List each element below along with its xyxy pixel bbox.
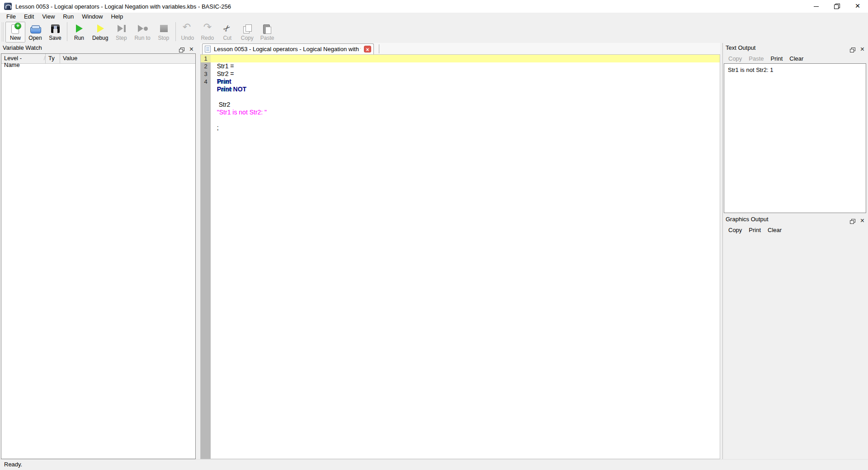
status-bar: Ready. [0, 459, 868, 470]
sort-ascending-icon [44, 55, 45, 63]
code-line[interactable]: Print NOT Str2 [211, 78, 720, 85]
titlebar: Lesson 0053 - Logical operators - Logica… [0, 0, 868, 13]
redo-button[interactable]: Redo [198, 22, 217, 43]
step-button[interactable]: Step [111, 22, 131, 43]
variable-watch-table-header: Level - Name Ty Value [1, 54, 195, 64]
float-panel-icon[interactable] [850, 219, 855, 224]
undo-button[interactable]: Undo [178, 22, 198, 43]
basic256-window: Lesson 0053 - Logical operators - Logica… [0, 0, 868, 470]
new-button[interactable]: New [5, 22, 25, 43]
debug-button[interactable]: Debug [89, 22, 111, 43]
toolbar-button-label: Debug [92, 35, 108, 41]
restore-button[interactable] [826, 0, 847, 13]
redo-arrow-icon [201, 23, 214, 35]
open-button[interactable]: Open [25, 22, 45, 43]
menu-view[interactable]: View [38, 13, 59, 21]
code-area[interactable]: Str1 = True Str2 = False Print "Str1 is … [211, 55, 720, 459]
menubar: File Edit View Run Window Help [0, 13, 868, 21]
text-output-title: Text Output [726, 44, 755, 51]
stop-button[interactable]: Stop [154, 22, 174, 43]
line-number-gutter: 1 2 3 4 [201, 55, 211, 459]
menu-file[interactable]: File [2, 13, 20, 21]
close-button[interactable] [847, 0, 868, 13]
stop-square-icon [157, 23, 170, 35]
variable-watch-title: Variable Watch [3, 44, 42, 51]
toolbar-group-edit: Undo Redo Cut Copy Paste [178, 22, 278, 43]
column-header-type[interactable]: Ty [46, 54, 60, 63]
run-to-icon [136, 23, 149, 35]
tab-close-icon[interactable] [364, 46, 371, 52]
tabbar-divider [379, 44, 379, 53]
code-line[interactable]: Print "Str1 is not Str2: " ; [211, 70, 720, 78]
toolbar-button-label: Cut [223, 35, 231, 41]
toolbar-button-label: Step [116, 35, 127, 41]
code-token: Str2 [217, 101, 231, 108]
line-number: 1 [201, 55, 211, 62]
line-number: 3 [201, 70, 211, 78]
close-icon [855, 2, 860, 10]
text-output-area[interactable]: Str1 is not Str2: 1 [724, 63, 866, 213]
text-output-paste-button[interactable]: Paste [749, 55, 764, 62]
run-play-icon [72, 23, 86, 35]
paste-button[interactable]: Paste [257, 22, 278, 43]
toolbar-group-run: Run Debug Step Run to Stop [69, 22, 174, 43]
cut-button[interactable]: Cut [217, 22, 237, 43]
toolbar-button-label: Run [74, 35, 84, 41]
code-line[interactable]: Str1 = True [211, 55, 720, 62]
text-output-copy-button[interactable]: Copy [728, 55, 742, 62]
toolbar-button-label: Copy [241, 35, 254, 41]
toolbar-button-label: Save [49, 35, 61, 41]
editor-tabbar: Lesson 0053 - Logical operators - Logica… [200, 43, 720, 54]
step-icon [114, 23, 128, 35]
float-panel-icon[interactable] [179, 47, 184, 52]
close-panel-icon[interactable] [860, 45, 864, 55]
status-text: Ready. [4, 461, 22, 468]
editor-tab-label: Lesson 0053 - Logical operators - Logica… [214, 46, 361, 52]
line-number: 4 [201, 78, 211, 85]
undo-arrow-icon [181, 23, 194, 35]
toolbar-button-label: Stop [158, 35, 169, 41]
code-token: Print [217, 78, 231, 85]
toolbar-separator [175, 22, 176, 41]
menu-edit[interactable]: Edit [20, 13, 38, 21]
code-token: Str1 = [217, 62, 236, 70]
graphics-output-copy-button[interactable]: Copy [728, 227, 742, 233]
toolbar-button-label: Open [28, 35, 42, 41]
graphics-output-clear-button[interactable]: Clear [768, 227, 782, 233]
text-output-clear-button[interactable]: Clear [789, 55, 803, 62]
column-header-value[interactable]: Value [60, 54, 195, 63]
minimize-button[interactable] [806, 0, 826, 13]
text-output-print-button[interactable]: Print [771, 55, 783, 62]
menu-help[interactable]: Help [107, 13, 127, 21]
toolbar-button-label: Redo [201, 35, 214, 41]
text-output-buttons: Copy Paste Print Clear [723, 53, 868, 64]
float-panel-icon[interactable] [850, 47, 855, 52]
graphics-output-print-button[interactable]: Print [749, 227, 761, 233]
graphics-output-buttons: Copy Print Clear [723, 225, 868, 236]
menu-run[interactable]: Run [59, 13, 78, 21]
cut-scissors-icon [221, 23, 234, 35]
save-floppy-icon [48, 23, 62, 35]
toolbar-drag-handle[interactable] [2, 22, 4, 42]
close-panel-icon[interactable] [860, 216, 864, 226]
run-button[interactable]: Run [69, 22, 89, 43]
copy-pages-icon [241, 23, 254, 35]
graphics-output-header: Graphics Output [723, 214, 868, 225]
save-button[interactable]: Save [45, 22, 65, 43]
graphics-output-title: Graphics Output [726, 216, 769, 223]
new-file-icon [9, 23, 22, 35]
column-header-level-name[interactable]: Level - Name [1, 54, 46, 63]
window-title: Lesson 0053 - Logical operators - Logica… [15, 3, 231, 10]
variable-watch-panel: Variable Watch Level - Name Ty Value [0, 43, 197, 459]
run-to-button[interactable]: Run to [131, 22, 153, 43]
open-folder-icon [28, 23, 42, 35]
restore-icon [834, 4, 840, 9]
editor-tab[interactable]: Lesson 0053 - Logical operators - Logica… [202, 43, 374, 54]
code-line[interactable]: Str2 = False [211, 62, 720, 70]
menu-window[interactable]: Window [78, 13, 107, 21]
toolbar-button-label: Paste [260, 35, 274, 41]
code-editor[interactable]: 1 2 3 4 Str1 = True Str2 = False Print "… [200, 54, 720, 459]
toolbar-button-label: Undo [181, 35, 194, 41]
toolbar-button-label: New [10, 35, 21, 41]
copy-button[interactable]: Copy [237, 22, 257, 43]
